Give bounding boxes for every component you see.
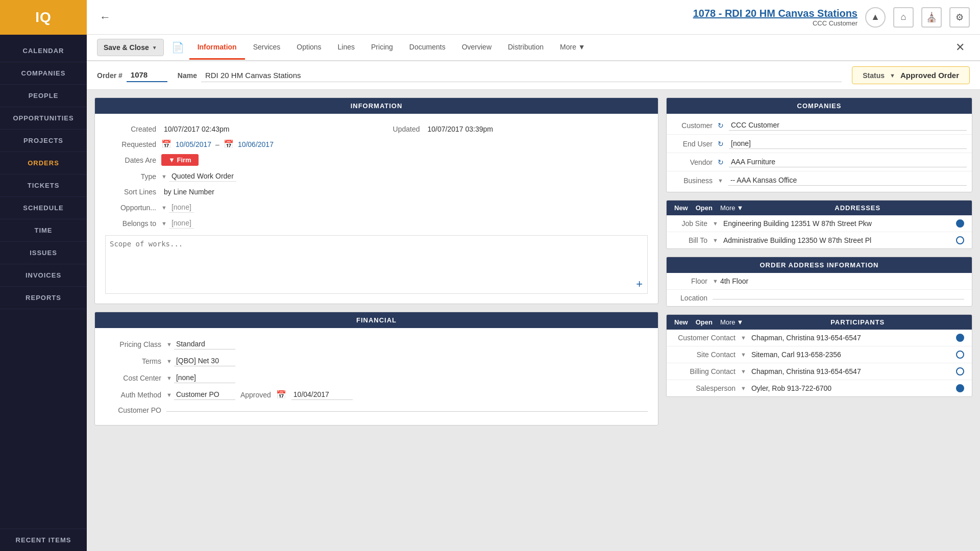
addresses-more-label: More — [720, 204, 736, 212]
order-number-input[interactable] — [127, 68, 167, 82]
billing-contact-arrow: ▼ — [741, 368, 746, 374]
customer-contact-arrow: ▼ — [741, 335, 746, 341]
tab-distribution[interactable]: Distribution — [500, 36, 552, 60]
participants-open-button[interactable]: Open — [696, 318, 713, 326]
end-date-icon: 📅 — [224, 139, 234, 149]
business-dropdown[interactable]: ▼ — [718, 178, 723, 184]
cost-center-dropdown[interactable]: ▼ [none] — [166, 372, 235, 383]
addresses-new-button[interactable]: New — [674, 204, 688, 212]
tab-more[interactable]: More ▼ — [552, 36, 594, 60]
site-contact-value: Siteman, Carl 913-658-2356 — [751, 350, 951, 359]
participants-more-label: More — [720, 318, 736, 326]
close-button[interactable]: ✕ — [950, 38, 970, 57]
addresses-more-dropdown[interactable]: More ▼ — [720, 204, 744, 212]
sidebar-item-projects[interactable]: PROJECTS — [0, 130, 87, 152]
sidebar-item-issues[interactable]: ISSUES — [0, 242, 87, 264]
addresses-open-button[interactable]: Open — [696, 204, 713, 212]
sidebar-item-tickets[interactable]: TICKETS — [0, 174, 87, 197]
location-value — [713, 297, 964, 299]
scope-wrapper: + — [105, 235, 648, 296]
belongs-to-value: [none] — [169, 218, 194, 229]
end-user-value: [none] — [729, 138, 967, 149]
site-contact-dropdown[interactable]: ▼ — [741, 352, 746, 358]
bill-to-radio[interactable] — [956, 236, 964, 244]
firm-badge[interactable]: ▼ Firm — [161, 154, 199, 166]
tab-options[interactable]: Options — [288, 36, 329, 60]
order-address-header: ORDER ADDRESS INFORMATION — [667, 257, 972, 273]
customer-contact-radio[interactable] — [956, 334, 964, 342]
tab-overview[interactable]: Overview — [454, 36, 500, 60]
settings-button[interactable]: ⚙ — [949, 7, 970, 28]
terms-dropdown[interactable]: ▼ [QBO] Net 30 — [166, 356, 235, 366]
participants-new-button[interactable]: New — [674, 318, 688, 326]
approved-date-icon: 📅 — [276, 390, 286, 399]
cost-center-label: Cost Center — [105, 374, 161, 382]
job-site-dropdown[interactable]: ▼ — [713, 220, 718, 227]
opportunity-dropdown[interactable]: ▼ [none] — [161, 202, 194, 213]
vendor-refresh-icon[interactable]: ↻ — [718, 158, 724, 166]
back-button[interactable]: ← — [97, 8, 113, 27]
pricing-class-dropdown[interactable]: ▼ Standard — [166, 339, 235, 349]
floor-dropdown[interactable]: ▼ 4th Floor — [713, 277, 748, 285]
sidebar-recent-items[interactable]: RECENT ITEMS — [0, 529, 87, 551]
status-dropdown-arrow[interactable]: ▼ — [890, 72, 895, 79]
sidebar-item-reports[interactable]: REPORTS — [0, 287, 87, 309]
information-header: INFORMATION — [95, 98, 658, 114]
site-contact-radio[interactable] — [956, 350, 964, 359]
bill-to-dropdown[interactable]: ▼ — [713, 237, 718, 243]
participants-more-dropdown[interactable]: More ▼ — [720, 318, 744, 326]
type-arrow: ▼ — [161, 173, 167, 180]
floor-arrow: ▼ — [713, 278, 718, 284]
bill-to-row: Bill To ▼ Administrative Building 12350 … — [667, 232, 972, 248]
sidebar-item-companies[interactable]: COMPANIES — [0, 62, 87, 85]
customer-contact-dropdown[interactable]: ▼ — [741, 335, 746, 341]
top-header: ← 1078 - RDI 20 HM Canvas Stations CCC C… — [87, 0, 980, 35]
billing-contact-dropdown[interactable]: ▼ — [741, 368, 746, 374]
sidebar-item-schedule[interactable]: SCHEDULE — [0, 197, 87, 219]
belongs-to-dropdown[interactable]: ▼ [none] — [161, 218, 194, 229]
pricing-class-arrow: ▼ — [166, 341, 172, 347]
updated-label: Updated — [389, 125, 420, 133]
auth-method-dropdown[interactable]: ▼ Customer PO — [166, 389, 235, 400]
tab-pricing[interactable]: Pricing — [363, 36, 401, 60]
tab-lines[interactable]: Lines — [330, 36, 363, 60]
job-site-label: Job Site — [674, 219, 707, 228]
user-avatar-button[interactable]: ▲ — [865, 7, 886, 28]
end-user-refresh-icon[interactable]: ↻ — [718, 140, 724, 148]
building-button[interactable]: ⛪ — [921, 7, 942, 28]
customer-refresh-icon[interactable]: ↻ — [718, 121, 724, 130]
salesperson-value: Oyler, Rob 913-722-6700 — [751, 384, 951, 392]
customer-contact-row: Customer Contact ▼ Chapman, Christina 91… — [667, 330, 972, 346]
vendor-row: Vendor ↻ AAA Furniture — [667, 153, 972, 171]
pricing-class-label: Pricing Class — [105, 340, 161, 348]
left-column: INFORMATION Created 10/07/2017 02:43pm U… — [94, 97, 658, 543]
tab-documents[interactable]: Documents — [401, 36, 454, 60]
sidebar-item-invoices[interactable]: INVOICES — [0, 264, 87, 287]
order-name-label: Name — [178, 71, 197, 80]
save-close-button[interactable]: Save & Close ▼ — [97, 39, 164, 56]
salesperson-row: Salesperson ▼ Oyler, Rob 913-722-6700 — [667, 380, 972, 396]
participants-panel: New Open More ▼ PARTICIPANTS Customer Co… — [666, 314, 972, 397]
sidebar-item-orders[interactable]: ORDERS — [0, 152, 87, 174]
billing-contact-radio[interactable] — [956, 367, 964, 375]
scope-add-button[interactable]: + — [636, 278, 643, 291]
tab-services[interactable]: Services — [245, 36, 289, 60]
billing-contact-label: Billing Contact — [674, 367, 736, 375]
document-icon[interactable]: 📄 — [172, 41, 184, 54]
terms-row: Terms ▼ [QBO] Net 30 — [105, 353, 648, 369]
tab-information[interactable]: Information — [189, 36, 245, 60]
salesperson-radio[interactable] — [956, 384, 964, 392]
home-button[interactable]: ⌂ — [893, 7, 914, 28]
salesperson-dropdown[interactable]: ▼ — [741, 385, 746, 391]
sidebar-item-opportunities[interactable]: OPPORTUNITIES — [0, 107, 87, 130]
approved-row: Approved 📅 10/04/2017 — [240, 389, 353, 400]
sidebar-item-calendar[interactable]: CALENDAR — [0, 40, 87, 62]
order-name-input[interactable] — [201, 69, 842, 82]
type-dropdown[interactable]: ▼ Quoted Work Order — [161, 171, 236, 182]
pricing-class-row: Pricing Class ▼ Standard — [105, 336, 648, 353]
order-name-field: Name — [178, 69, 842, 82]
sidebar-item-time[interactable]: TIME — [0, 219, 87, 242]
scope-textarea[interactable] — [105, 235, 648, 294]
job-site-radio[interactable] — [956, 219, 964, 228]
sidebar-item-people[interactable]: PEOPLE — [0, 85, 87, 107]
